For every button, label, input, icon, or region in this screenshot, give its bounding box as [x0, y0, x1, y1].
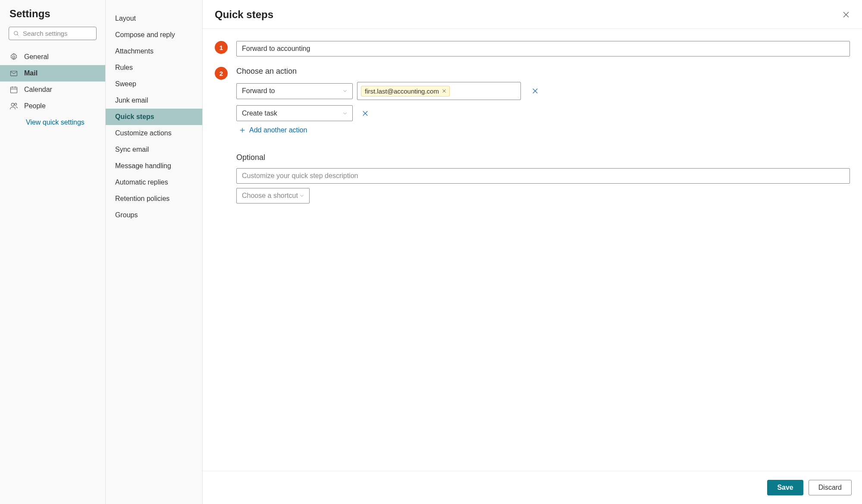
action-select-create-task[interactable]: Create task [236, 105, 353, 121]
calendar-icon [9, 85, 18, 94]
chevron-down-icon [342, 110, 348, 116]
step-number-badge: 1 [215, 41, 228, 54]
nav-label: People [24, 102, 46, 110]
plus-icon [239, 127, 246, 134]
action-row-2: Create task [236, 105, 850, 121]
sub-item-layout[interactable]: Layout [106, 10, 202, 27]
sub-item-retention[interactable]: Retention policies [106, 191, 202, 207]
sub-item-rules[interactable]: Rules [106, 59, 202, 76]
forward-recipient-input[interactable]: first.last@accounting.com [357, 82, 521, 100]
main-body: 1 2 Choose an action Forward to first.la… [203, 29, 862, 471]
nav-item-general[interactable]: General [0, 49, 105, 65]
footer-actions: Save Discard [203, 471, 862, 504]
mail-icon [9, 69, 18, 78]
view-quick-settings-link[interactable]: View quick settings [0, 114, 105, 131]
shortcut-placeholder: Choose a shortcut [242, 192, 298, 200]
sub-item-sweep[interactable]: Sweep [106, 76, 202, 92]
select-value: Forward to [242, 87, 275, 95]
add-another-action-link[interactable]: Add another action [236, 126, 850, 134]
sub-item-junk[interactable]: Junk email [106, 92, 202, 109]
svg-point-0 [14, 31, 18, 34]
step-2: 2 Choose an action Forward to first.last… [215, 67, 850, 203]
mail-sublist: Layout Compose and reply Attachments Rul… [106, 0, 203, 504]
sub-item-customize-actions[interactable]: Customize actions [106, 125, 202, 141]
action-select-forward[interactable]: Forward to [236, 83, 353, 99]
main-panel: Quick steps 1 2 Choose an action Forward… [203, 0, 862, 504]
sub-item-groups[interactable]: Groups [106, 207, 202, 223]
nav-label: Mail [24, 69, 38, 77]
save-button[interactable]: Save [767, 480, 803, 495]
page-title: Quick steps [215, 9, 273, 21]
svg-rect-4 [11, 87, 17, 93]
shortcut-select[interactable]: Choose a shortcut [236, 188, 310, 203]
optional-section: Optional Choose a shortcut [236, 153, 850, 203]
chevron-down-icon [299, 193, 305, 199]
close-icon[interactable] [842, 11, 850, 19]
add-action-label: Add another action [249, 126, 307, 134]
nav-item-mail[interactable]: Mail [0, 65, 105, 81]
svg-point-8 [11, 103, 14, 106]
quickstep-name-input[interactable] [236, 41, 850, 56]
action-row-1: Forward to first.last@accounting.com [236, 82, 850, 100]
step-1: 1 [215, 41, 850, 56]
svg-point-2 [13, 56, 15, 58]
settings-nav: General Mail Calendar People View quick … [0, 49, 105, 131]
nav-label: General [24, 53, 49, 61]
nav-label: Calendar [24, 86, 52, 94]
remove-action-icon[interactable] [361, 110, 369, 117]
chip-label: first.last@accounting.com [365, 88, 439, 95]
sub-item-quick-steps[interactable]: Quick steps [106, 109, 202, 125]
sub-item-sync-email[interactable]: Sync email [106, 141, 202, 158]
step-number-badge: 2 [215, 67, 228, 80]
gear-icon [9, 53, 18, 61]
chevron-down-icon [342, 88, 348, 94]
discard-button[interactable]: Discard [809, 480, 852, 495]
main-header: Quick steps [203, 0, 862, 29]
sub-item-message-handling[interactable]: Message handling [106, 158, 202, 174]
remove-action-icon[interactable] [531, 87, 539, 95]
sub-item-auto-replies[interactable]: Automatic replies [106, 174, 202, 191]
svg-point-9 [15, 103, 17, 105]
recipient-chip[interactable]: first.last@accounting.com [361, 86, 450, 97]
search-icon [13, 30, 19, 37]
nav-item-calendar[interactable]: Calendar [0, 81, 105, 98]
svg-line-1 [17, 34, 19, 35]
sub-item-compose[interactable]: Compose and reply [106, 27, 202, 43]
people-icon [9, 102, 18, 110]
search-settings-input[interactable] [9, 27, 97, 40]
chip-remove-icon[interactable] [442, 88, 447, 94]
description-input[interactable] [236, 168, 850, 184]
sub-item-attachments[interactable]: Attachments [106, 43, 202, 59]
select-value: Create task [242, 110, 277, 117]
nav-item-people[interactable]: People [0, 98, 105, 114]
optional-label: Optional [236, 153, 850, 162]
search-settings-field[interactable] [23, 30, 92, 37]
settings-title: Settings [0, 8, 105, 27]
settings-sidebar: Settings General Mail Calendar People Vi… [0, 0, 106, 504]
choose-action-label: Choose an action [236, 67, 850, 76]
